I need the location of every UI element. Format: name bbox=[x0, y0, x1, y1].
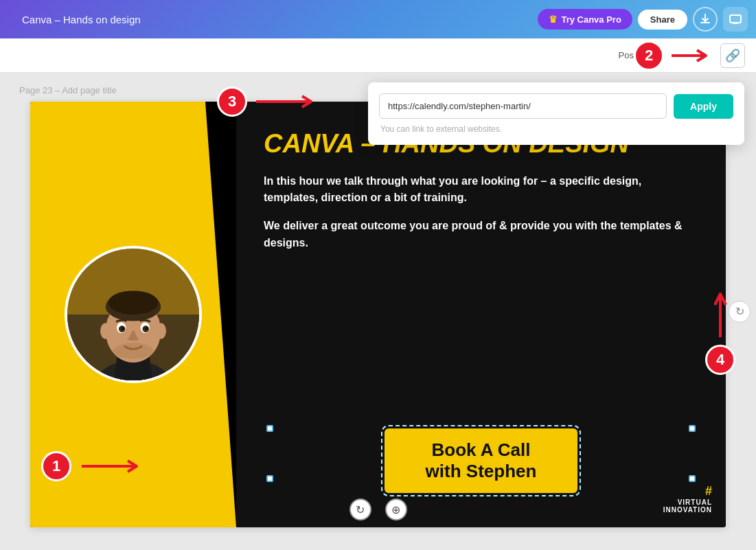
slide-right-panel: CANVA – HANDS ON DESIGN In this hour we … bbox=[236, 102, 726, 527]
present-button[interactable] bbox=[723, 7, 748, 32]
selection-handle-tl bbox=[266, 425, 273, 432]
annotation-arrow-2 bbox=[668, 47, 716, 64]
annotation-3: 3 bbox=[217, 87, 247, 117]
svg-point-9 bbox=[156, 323, 166, 339]
annotation-4: 4 bbox=[705, 345, 735, 375]
toolbar-row: Pos 2 🔗 bbox=[0, 38, 756, 73]
book-call-button[interactable]: Book A Call with Stephen bbox=[385, 428, 578, 493]
portrait-image bbox=[65, 246, 202, 383]
rotate-icon[interactable]: ↻ bbox=[350, 499, 371, 520]
svg-point-14 bbox=[122, 327, 124, 330]
page-label: Page 23 – Add page title bbox=[19, 85, 117, 95]
share-button[interactable]: Share bbox=[638, 10, 687, 30]
right-sidebar: ↻ bbox=[729, 301, 751, 323]
brand-hashtag: # bbox=[663, 484, 712, 499]
position-label: Pos bbox=[619, 50, 634, 60]
move-icon[interactable]: ⊕ bbox=[385, 499, 407, 520]
slide-body: In this hour we talk through what you ar… bbox=[264, 173, 698, 252]
selection-handle-br bbox=[689, 475, 696, 482]
bottom-icons: ↻ ⊕ bbox=[350, 499, 407, 520]
brand-watermark: # VIRTUALINNOVATION bbox=[663, 484, 712, 514]
link-icon-button[interactable]: 🔗 bbox=[720, 43, 745, 68]
annotation-1-group: 1 bbox=[41, 451, 147, 481]
annotation-4-group: 4 bbox=[705, 286, 735, 375]
nav-title: Canva – Hands on design bbox=[22, 14, 141, 25]
download-button[interactable] bbox=[693, 7, 718, 32]
svg-rect-0 bbox=[730, 15, 741, 23]
try-pro-button[interactable]: ♛ Try Canva Pro bbox=[538, 9, 632, 30]
link-popup: 3 https://calendly.com/stephen-martin/ A… bbox=[368, 82, 744, 145]
top-navigation: Canva – Hands on design ♛ Try Canva Pro … bbox=[0, 0, 756, 38]
redo-button[interactable]: ↻ bbox=[729, 301, 751, 323]
annotation-3-group: 3 bbox=[217, 87, 321, 117]
annotation-arrow-3 bbox=[253, 93, 321, 110]
svg-point-7 bbox=[108, 290, 159, 314]
annotation-arrow-1 bbox=[78, 458, 147, 474]
selection-handle-tr bbox=[689, 425, 696, 432]
svg-point-8 bbox=[100, 323, 111, 339]
crown-icon: ♛ bbox=[549, 14, 558, 25]
svg-point-15 bbox=[145, 327, 148, 330]
page-title-placeholder: – bbox=[55, 85, 62, 95]
brand-name: VIRTUALINNOVATION bbox=[663, 499, 712, 514]
annotation-2: 2 bbox=[634, 41, 664, 71]
apply-button[interactable]: Apply bbox=[674, 94, 733, 119]
svg-point-16 bbox=[113, 343, 153, 358]
link-url-input[interactable]: https://calendly.com/stephen-martin/ bbox=[379, 93, 667, 119]
book-call-wrapper: Book A Call with Stephen bbox=[264, 428, 698, 493]
slide-body-para1: In this hour we talk through what you ar… bbox=[264, 173, 698, 207]
slide-body-para2: We deliver a great outcome you are proud… bbox=[264, 218, 698, 252]
annotation-1: 1 bbox=[41, 451, 71, 481]
selection-handle-bl bbox=[266, 475, 273, 482]
annotation-arrow-4 bbox=[712, 286, 729, 341]
link-hint-text: You can link to external websites. bbox=[379, 124, 733, 134]
